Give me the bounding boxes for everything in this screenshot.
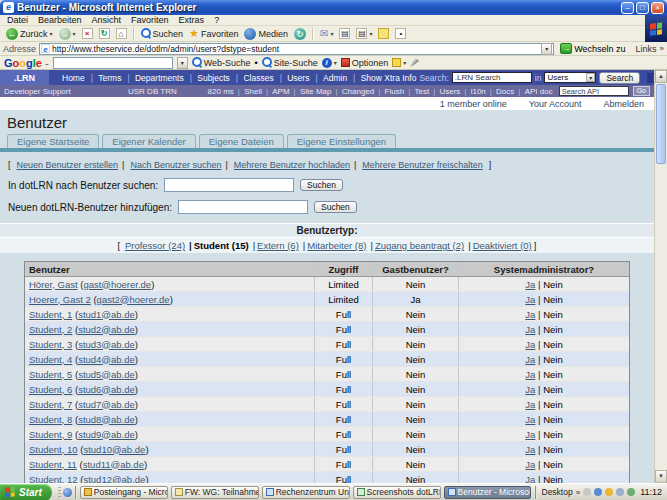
user-add-submit[interactable]: Suchen bbox=[314, 201, 357, 213]
forward-dropdown-icon[interactable]: ▾ bbox=[73, 30, 76, 37]
api-go-button[interactable]: Go bbox=[633, 86, 650, 96]
scroll-up-icon[interactable]: ▲ bbox=[655, 70, 667, 83]
back-dropdown-icon[interactable]: ▾ bbox=[50, 30, 53, 37]
portal-tab[interactable]: Eigener Kalender bbox=[102, 134, 195, 148]
refresh-button[interactable]: ↻ bbox=[97, 28, 112, 39]
hide-me-link[interactable]: Hide me bbox=[647, 73, 654, 83]
dev-link[interactable]: Flush bbox=[376, 87, 406, 96]
user-add-input[interactable] bbox=[178, 200, 308, 214]
mail-dropdown-icon[interactable]: ▾ bbox=[330, 30, 333, 37]
start-button[interactable]: Start bbox=[0, 484, 52, 500]
notes-button[interactable] bbox=[376, 28, 391, 39]
user-name-link[interactable]: Student, 4 bbox=[29, 354, 72, 365]
user-name-link[interactable]: Student, 12 bbox=[29, 474, 78, 484]
lrn-nav-link[interactable]: Terms bbox=[88, 73, 125, 83]
lrn-nav-link[interactable]: Users bbox=[277, 73, 313, 83]
user-email-link[interactable]: stud2@ab.de bbox=[78, 324, 135, 335]
admin-ja-link[interactable]: Ja bbox=[525, 399, 535, 410]
dev-link[interactable]: APM bbox=[264, 87, 292, 96]
edit-button[interactable]: ▤ ▾ bbox=[354, 28, 374, 39]
dev-link[interactable]: Changed bbox=[333, 87, 376, 96]
admin-action-link[interactable]: Nach Benutzer suchen bbox=[122, 160, 221, 170]
portal-tab[interactable]: Eigene Dateien bbox=[199, 134, 284, 148]
maximize-button[interactable]: □ bbox=[636, 2, 649, 14]
menu-item[interactable]: Ansicht bbox=[87, 15, 127, 25]
tray-icon-messenger[interactable] bbox=[605, 488, 613, 496]
user-email-link[interactable]: stud12@ab.de bbox=[83, 474, 145, 484]
favorites-button[interactable]: ★ Favoriten bbox=[187, 27, 240, 40]
task-button[interactable]: Rechenzentrum Uni K... bbox=[262, 486, 350, 499]
edit-dropdown-icon[interactable]: ▾ bbox=[369, 30, 372, 37]
media-button[interactable]: Medien bbox=[242, 28, 290, 40]
quick-launch-grip[interactable] bbox=[58, 487, 61, 498]
task-button[interactable]: Benutzer - Microsoft I... bbox=[444, 486, 532, 499]
user-name-link[interactable]: Student, 11 bbox=[29, 459, 77, 470]
web-search-button[interactable]: Web-Suche bbox=[192, 57, 251, 68]
menu-item[interactable]: ? bbox=[209, 15, 224, 25]
lrn-scope-select[interactable]: Users ▾ bbox=[544, 72, 596, 83]
vertical-scrollbar[interactable]: ▲ ▼ bbox=[654, 70, 667, 483]
lrn-nav-link[interactable]: Home bbox=[59, 73, 88, 83]
user-email-link[interactable]: stud1@ab.de bbox=[78, 309, 135, 320]
portal-tab[interactable]: Eigene Startseite bbox=[7, 134, 99, 148]
search-button[interactable]: Suchen bbox=[139, 28, 186, 39]
close-button[interactable]: × bbox=[651, 2, 664, 14]
user-email-link[interactable]: stud4@ab.de bbox=[78, 354, 135, 365]
usertype-filter[interactable]: Extern (6) bbox=[251, 240, 301, 251]
options-button[interactable]: Optionen bbox=[341, 58, 389, 68]
lrn-nav-link[interactable]: Classes bbox=[233, 73, 277, 83]
go-button[interactable]: → Wechseln zu bbox=[557, 43, 628, 54]
your-account-link[interactable]: Your Account bbox=[529, 99, 582, 109]
user-email-link[interactable]: stud7@ab.de bbox=[78, 399, 135, 410]
header-gastbenutzer[interactable]: Gastbenutzer? bbox=[373, 262, 459, 276]
admin-ja-link[interactable]: Ja bbox=[525, 354, 535, 365]
menu-item[interactable]: Favoriten bbox=[126, 15, 174, 25]
lrn-nav-link[interactable]: Show Xtra Info bbox=[350, 73, 419, 83]
user-name-link[interactable]: Student, 8 bbox=[29, 414, 72, 425]
header-zugriff[interactable]: Zugriff bbox=[315, 262, 373, 276]
api-search-input[interactable] bbox=[559, 86, 629, 96]
user-email-link[interactable]: gast2@hoerer.de bbox=[97, 294, 170, 305]
menu-item[interactable]: Bearbeiten bbox=[33, 15, 87, 25]
admin-ja-link[interactable]: Ja bbox=[525, 384, 535, 395]
admin-action-link[interactable]: Mehrere Benutzer hochladen bbox=[225, 160, 349, 170]
title-bar[interactable]: e Benutzer - Microsoft Internet Explorer… bbox=[0, 0, 667, 15]
dev-link[interactable]: API doc bbox=[516, 87, 554, 96]
lrn-nav-link[interactable]: Subjects bbox=[187, 73, 233, 83]
dev-link[interactable]: 820 ms bbox=[206, 87, 236, 96]
lrn-logo[interactable]: .LRN bbox=[0, 70, 49, 85]
stop-button[interactable]: × bbox=[80, 28, 95, 39]
history-button[interactable]: ↻ bbox=[292, 28, 308, 40]
task-button[interactable]: FW: WG: Teilnahme v... bbox=[171, 486, 259, 499]
user-email-link[interactable]: stud5@ab.de bbox=[78, 369, 135, 380]
back-button[interactable]: ← Zurück ▾ bbox=[4, 28, 55, 40]
admin-ja-link[interactable]: Ja bbox=[525, 294, 535, 305]
admin-ja-link[interactable]: Ja bbox=[525, 339, 535, 350]
tray-icon-volume[interactable] bbox=[616, 488, 624, 496]
info-dropdown-icon[interactable]: ▾ bbox=[334, 59, 337, 66]
user-email-link[interactable]: stud11@ab.de bbox=[83, 459, 144, 470]
print-button[interactable]: ▤ bbox=[337, 28, 352, 39]
header-systemadministrator[interactable]: Systemadministrator? bbox=[459, 262, 629, 276]
discuss-button[interactable]: • bbox=[393, 28, 408, 39]
dev-link[interactable]: l10n bbox=[462, 87, 487, 96]
user-name-link[interactable]: Student, 1 bbox=[29, 309, 72, 320]
minimize-button[interactable]: – bbox=[621, 2, 634, 14]
developer-support-label[interactable]: Developer Support bbox=[4, 87, 124, 96]
dev-link[interactable]: Test bbox=[406, 87, 431, 96]
lrn-nav-link[interactable]: Departments bbox=[124, 73, 186, 83]
admin-ja-link[interactable]: Ja bbox=[525, 279, 535, 290]
user-email-link[interactable]: stud3@ab.de bbox=[78, 339, 135, 350]
address-input[interactable] bbox=[52, 44, 541, 54]
admin-ja-link[interactable]: Ja bbox=[525, 369, 535, 380]
tray-chevron-icon[interactable]: » bbox=[576, 488, 580, 497]
admin-ja-link[interactable]: Ja bbox=[525, 429, 535, 440]
lrn-nav-link[interactable]: Admin bbox=[312, 73, 350, 83]
task-button[interactable]: Posteingang - Micros... bbox=[80, 486, 168, 499]
highlight-button[interactable]: ▾ bbox=[392, 58, 406, 67]
tray-icon-network[interactable] bbox=[594, 488, 602, 496]
task-button[interactable]: Screenshots dotLRN... bbox=[353, 486, 441, 499]
scroll-down-icon[interactable]: ▼ bbox=[655, 470, 667, 483]
admin-action-link[interactable]: Neuen Benutzer erstellen bbox=[17, 160, 119, 170]
usertype-filter[interactable]: Mitarbeiter (8) bbox=[301, 240, 369, 251]
